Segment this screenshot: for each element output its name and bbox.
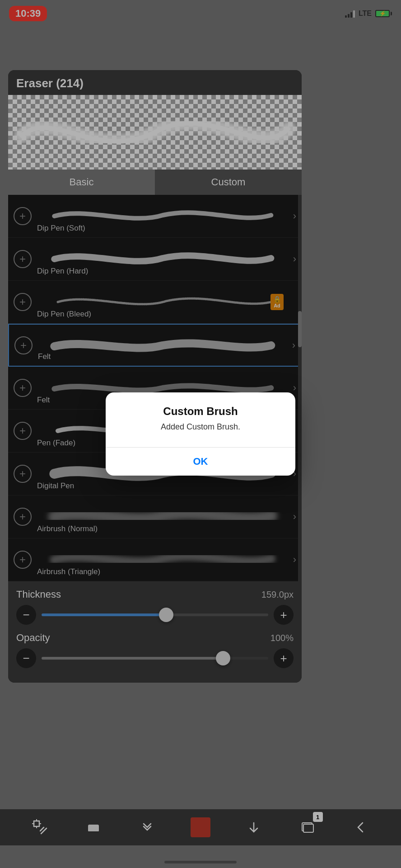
dialog-overlay: Custom Brush Added Custom Brush. OK xyxy=(0,0,401,868)
dialog-message: Added Custom Brush. xyxy=(117,422,284,432)
dialog: Custom Brush Added Custom Brush. OK xyxy=(106,392,295,476)
dialog-content: Custom Brush Added Custom Brush. xyxy=(106,392,295,439)
dialog-title: Custom Brush xyxy=(117,405,284,418)
dialog-ok-button[interactable]: OK xyxy=(106,448,295,476)
